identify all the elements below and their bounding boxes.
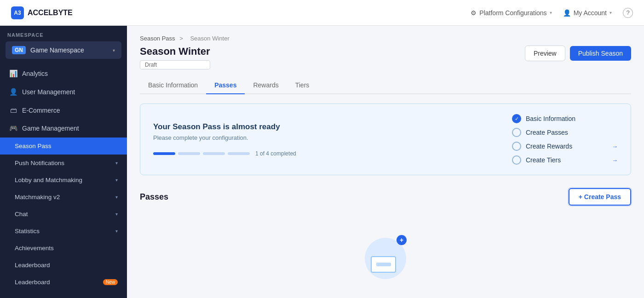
checklist-label: Basic Information <box>526 115 618 122</box>
tab-tiers[interactable]: Tiers <box>287 77 318 94</box>
tab-rewards[interactable]: Rewards <box>245 77 287 94</box>
page-title-area: Season Winter Draft <box>140 46 210 69</box>
sidebar-item-leaderboard-new[interactable]: Leaderboard New <box>0 274 127 291</box>
sidebar-item-label: Season Pass <box>15 143 52 149</box>
logo-icon: A3 <box>11 6 24 19</box>
analytics-icon: 📊 <box>9 69 17 78</box>
sidebar-item-season-pass[interactable]: Season Pass <box>0 138 127 155</box>
info-card: Your Season Pass is almost ready Please … <box>140 103 631 175</box>
sidebar-item-chat[interactable]: Chat ▾ <box>0 206 127 223</box>
sidebar-item-lobby-matchmaking[interactable]: Lobby and Matchmaking ▾ <box>0 172 127 189</box>
sidebar-item-user-management[interactable]: 👤 User Management <box>0 83 127 101</box>
e-commerce-icon: 🗃 <box>9 106 17 114</box>
passes-section: Passes + Create Pass + <box>140 188 631 298</box>
progress-label: 1 of 4 completed <box>255 150 296 157</box>
platform-config-label: Platform Configurations <box>479 9 546 17</box>
check-filled-icon: ✓ <box>512 114 521 123</box>
navbar-right: ⚙ Platform Configurations ▾ 👤 My Account… <box>471 8 633 18</box>
progress-segment-3 <box>203 152 225 155</box>
namespace-label: NAMESPACE <box>0 26 127 41</box>
tab-basic-information[interactable]: Basic Information <box>140 77 206 94</box>
breadcrumb-separator: > <box>179 35 184 42</box>
checklist-label: Create Tiers <box>526 156 607 164</box>
preview-button[interactable]: Preview <box>525 46 565 61</box>
sidebar-item-leaderboard[interactable]: Leaderboard <box>0 257 127 274</box>
chevron-down-icon: ▾ <box>115 212 118 217</box>
help-button[interactable]: ? <box>623 8 633 18</box>
sidebar-item-label: Analytics <box>22 70 48 77</box>
checklist-item-create-tiers[interactable]: Create Tiers → <box>512 155 618 165</box>
user-management-icon: 👤 <box>9 88 17 96</box>
checklist: ✓ Basic Information Create Passes Create… <box>512 114 618 165</box>
sidebar-item-label: Achievements <box>15 245 54 252</box>
gear-icon: ⚙ <box>471 9 477 17</box>
sidebar-item-push-notifications[interactable]: Push Notifications ▾ <box>0 155 127 172</box>
create-pass-button[interactable]: + Create Pass <box>569 188 631 206</box>
progress-segment-4 <box>228 152 250 155</box>
arrow-icon: → <box>612 143 618 150</box>
namespace-name: Game Namespace <box>30 46 108 54</box>
empty-illustration: + <box>362 233 408 279</box>
publish-season-button[interactable]: Publish Season <box>570 46 631 61</box>
content-area: Season Pass > Season Winter Season Winte… <box>127 26 644 298</box>
check-empty-icon <box>512 128 521 137</box>
draft-status-badge: Draft <box>140 60 210 69</box>
account-icon: 👤 <box>563 9 571 17</box>
empty-box-inner <box>376 263 391 266</box>
sidebar-item-analytics[interactable]: 📊 Analytics <box>0 64 127 83</box>
sidebar-item-label: User Management <box>22 88 75 96</box>
breadcrumb: Season Pass > Season Winter <box>140 35 631 42</box>
checklist-item-basic-info: ✓ Basic Information <box>512 114 618 123</box>
breadcrumb-parent[interactable]: Season Pass <box>140 35 175 42</box>
sidebar-item-label: Game Management <box>22 125 79 132</box>
sidebar-item-label: Statistics <box>15 228 40 235</box>
sidebar-item-label: E-Commerce <box>22 107 60 114</box>
header-actions: Preview Publish Season <box>525 46 631 61</box>
sidebar-item-label: Leaderboard <box>15 279 50 286</box>
checklist-item-create-rewards[interactable]: Create Rewards → <box>512 142 618 151</box>
page-title: Season Winter <box>140 46 210 57</box>
info-card-subtitle: Please complete your configuration. <box>153 134 484 141</box>
help-icon: ? <box>623 8 633 18</box>
sidebar-item-e-commerce[interactable]: 🗃 E-Commerce <box>0 101 127 119</box>
platform-config-menu[interactable]: ⚙ Platform Configurations ▾ <box>471 9 552 17</box>
chevron-down-icon: ▾ <box>115 178 118 183</box>
checklist-label: Create Passes <box>526 129 618 136</box>
game-management-icon: 🎮 <box>9 124 17 132</box>
check-empty-icon <box>512 142 521 151</box>
page-header: Season Winter Draft Preview Publish Seas… <box>140 46 631 69</box>
navbar: A3 ACCELBYTE ⚙ Platform Configurations ▾… <box>0 0 644 26</box>
progress-segment-2 <box>178 152 200 155</box>
empty-box-icon <box>371 256 396 273</box>
chevron-down-icon: ▾ <box>115 160 118 166</box>
sidebar-item-label: Matchmaking v2 <box>15 194 60 201</box>
checklist-label: Create Rewards <box>526 143 607 150</box>
passes-header: Passes + Create Pass <box>140 188 631 206</box>
namespace-selector[interactable]: GN Game Namespace ▾ <box>6 41 121 59</box>
my-account-chevron-icon: ▾ <box>610 10 612 15</box>
check-empty-icon <box>512 155 521 165</box>
logo: A3 ACCELBYTE <box>11 6 73 19</box>
tab-passes[interactable]: Passes <box>206 77 245 94</box>
checklist-item-create-passes: Create Passes <box>512 128 618 137</box>
progress-segment-1 <box>153 152 175 155</box>
chevron-down-icon: ▾ <box>115 229 118 234</box>
empty-plus-icon: + <box>397 235 407 245</box>
progress-row: 1 of 4 completed <box>153 150 484 157</box>
logo-text: ACCELBYTE <box>28 9 73 17</box>
sidebar-item-achievements[interactable]: Achievements <box>0 240 127 257</box>
new-badge: New <box>103 279 118 285</box>
platform-config-chevron-icon: ▾ <box>550 10 552 15</box>
main-layout: NAMESPACE GN Game Namespace ▾ 📊 Analytic… <box>0 26 644 298</box>
namespace-badge: GN <box>12 46 26 54</box>
sidebar-item-game-management[interactable]: 🎮 Game Management <box>0 119 127 138</box>
empty-state: + <box>140 215 631 298</box>
sidebar-item-label: Push Notifications <box>15 160 64 166</box>
sidebar-item-matchmaking-v2[interactable]: Matchmaking v2 ▾ <box>0 189 127 206</box>
sidebar-item-label: Lobby and Matchmaking <box>15 177 82 183</box>
info-card-left: Your Season Pass is almost ready Please … <box>153 122 484 157</box>
sidebar-item-statistics[interactable]: Statistics ▾ <box>0 223 127 240</box>
info-card-title: Your Season Pass is almost ready <box>153 122 484 132</box>
passes-title: Passes <box>140 192 168 202</box>
my-account-menu[interactable]: 👤 My Account ▾ <box>563 9 612 17</box>
